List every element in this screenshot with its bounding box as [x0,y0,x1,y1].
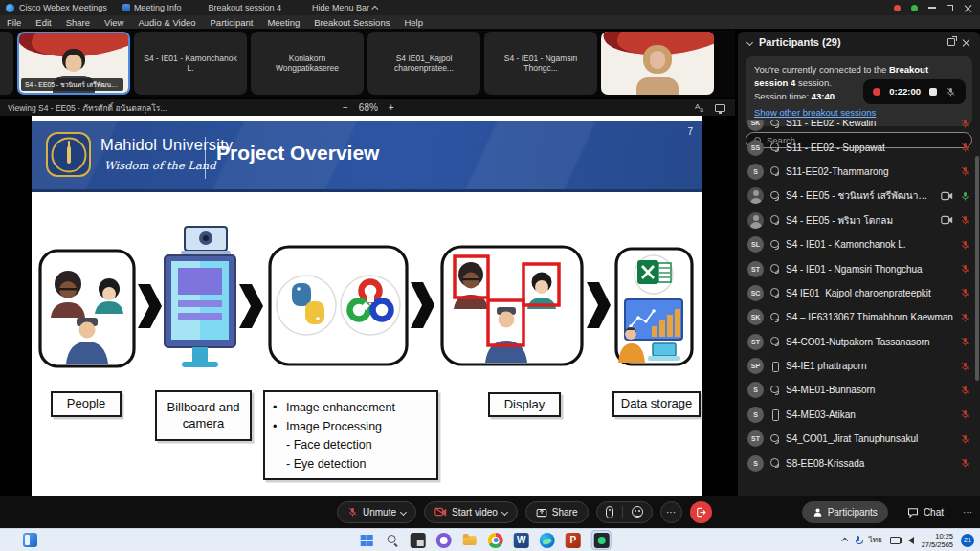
menu-item[interactable]: File [7,17,21,28]
participant-name: S4-IE1 phattraporn [786,361,953,371]
meeting-info-button[interactable]: Meeting Info [122,3,182,12]
participant-name: S4-CO01-Nutpakorn Tassanasorn [786,337,953,347]
mic-status-icon [960,433,970,445]
word-icon[interactable] [514,533,529,548]
menu-item[interactable]: Meeting [267,17,300,28]
video-thumbnail[interactable]: S4 IE01_Kajpol charoenpratee... S4 IE01_… [368,32,480,95]
participant-row[interactable]: SL S4 - IE01 - Kamonchanok L. [738,232,974,256]
widgets-icon[interactable] [23,533,37,547]
participant-row[interactable]: SS S11 - EE02 - Suppawat [738,135,974,159]
menu-item[interactable]: View [104,17,123,28]
participant-row[interactable]: SP S4-IE1 phattraporn [738,354,974,378]
close-button[interactable] [964,4,972,12]
share-button[interactable]: Share [525,501,589,523]
menu-item[interactable]: Help [404,17,423,28]
participant-row[interactable]: S4 - EE05 - ชวนินทร์ เสรีพัฒนานนท์ [738,184,974,208]
audio-device-icon [770,120,779,128]
leave-meeting-button[interactable] [690,501,712,523]
process-item: • Image Processing [273,418,395,437]
video-thumbnail[interactable]: S4 - IE01 - Kamonchanok L. S4 - IE01 - K… [134,32,247,95]
mic-status-icon [960,361,970,372]
layout-icon[interactable] [715,104,725,112]
tray-mic-icon[interactable] [856,536,861,544]
muted-mic-icon[interactable] [946,86,956,98]
video-thumbnail[interactable]: S4 - IE01 - Ngamsiri Thongc... S4 - IE01… [484,32,597,95]
text-size-icon[interactable]: Aa [695,102,703,113]
remote-control-icon[interactable] [606,506,613,518]
chat-button[interactable]: Chat [898,501,953,523]
mic-status-icon [960,214,970,226]
more-options-button[interactable]: ··· [660,501,682,523]
menu-item[interactable]: Participant [211,17,254,28]
windows-taskbar: ไทย 10:25 27/5/2565 21 [0,528,980,551]
start-video-button[interactable]: Start video [424,501,518,523]
participant-row[interactable]: S S4-ME03-Atikan [738,403,974,427]
video-thumbnail[interactable]: Konlakorn Wongpatikaseree Konlakorn Wong… [251,32,364,95]
process-item: • Image enhancement [273,399,395,418]
minimize-button[interactable] [928,7,936,9]
label-processing: • Image enhancement • Image Processing -… [263,390,438,480]
menu-item[interactable]: Share [66,17,90,28]
participant-name: S4 - IE01 - Ngamsiri Thongchua [786,264,953,275]
participant-row[interactable]: S S8-EE08-Krissada [738,451,974,474]
participant-row[interactable]: ST S4 - IE01 - Ngamsiri Thongchua [738,256,974,280]
slide-page-number: 7 [687,126,693,137]
participant-row[interactable]: SK S11 - EE02 - Kewalin [738,120,974,135]
participants-button[interactable]: Participants [802,501,888,523]
audio-device-icon [770,434,779,444]
participant-row[interactable]: S S4-ME01-Bunnasorn [738,378,974,402]
powerpoint-icon[interactable] [566,533,581,548]
video-thumbnail[interactable] [0,32,13,95]
webex-app-active[interactable] [591,530,612,550]
audio-device-icon [770,288,779,298]
video-thumbnail[interactable]: S4 - EE05 - ชวนินทร์ เสรีพัฒนานนท์ S4 - … [17,32,130,95]
chevron-down-icon[interactable] [400,508,407,515]
session-time: 43:40 [812,91,835,101]
app-icon-purple[interactable] [436,533,452,548]
avatar: SP [747,358,764,374]
chevron-down-icon[interactable] [501,508,508,515]
presentation-slide: Mahidol University Wisdom of the Land Pr… [32,116,702,496]
zoom-out-button[interactable]: − [343,102,348,113]
notification-badge[interactable]: 21 [961,534,974,547]
participant-row[interactable]: S4 - EE05 - พริมา โตกลม [738,209,974,232]
more-panels-button[interactable]: ··· [963,507,972,518]
popout-icon[interactable] [947,38,955,46]
menu-item[interactable]: Edit [35,17,51,28]
edge-icon[interactable] [540,533,555,548]
reactions-icon[interactable] [632,506,643,518]
menu-item[interactable]: Audio & Video [138,17,195,28]
maximize-button[interactable] [947,5,953,11]
unmute-button[interactable]: Unmute [337,501,416,523]
video-thumbnail[interactable] [601,32,714,95]
chrome-icon[interactable] [488,533,503,548]
participant-tile-name: S4 IE01_Kajpol charoenpratee... [368,32,480,95]
hide-menu-bar-button[interactable]: Hide Menu Bar [312,3,378,12]
tray-speaker-icon[interactable] [908,537,914,544]
start-button-icon[interactable] [359,533,374,548]
participant-row[interactable]: ST S4-CO01-Nutpakorn Tassanasorn [738,330,974,354]
chevron-down-icon[interactable] [746,38,753,45]
file-explorer-icon[interactable] [462,533,478,548]
close-panel-icon[interactable] [962,38,970,47]
app-icon-dark[interactable] [411,533,426,548]
show-breakout-sessions-link[interactable]: Show other breakout sessions [754,106,876,120]
participants-panel-header: Participants (29) [738,32,980,53]
participant-row[interactable]: SC S4 IE01_Kajpol charoenprateepkit [738,281,974,305]
zoom-in-button[interactable]: + [389,102,394,113]
stop-recording-icon[interactable] [929,88,937,96]
participant-row[interactable]: SK S4 – IE6313067 Thimabhorn Kaewman [738,305,974,329]
participant-row[interactable]: ST S4_CO01_Jirat Tanuphunsakul [738,427,974,451]
taskbar-clock[interactable]: 10:25 27/5/2565 [922,532,953,549]
audio-device-icon [770,191,779,201]
scrollbar[interactable] [975,156,979,381]
avatar: SS [747,140,764,156]
label-billboard: Billboard and camera [155,390,252,441]
language-indicator[interactable]: ไทย [869,534,882,546]
participant-row[interactable]: S S11-EE02-Thammarong [738,160,974,184]
avatar: S [747,455,764,472]
menu-item[interactable]: Breakout Sessions [314,17,390,28]
taskbar-search-icon[interactable] [385,533,400,548]
avatar [747,212,764,229]
tray-expand-icon[interactable] [841,538,848,544]
